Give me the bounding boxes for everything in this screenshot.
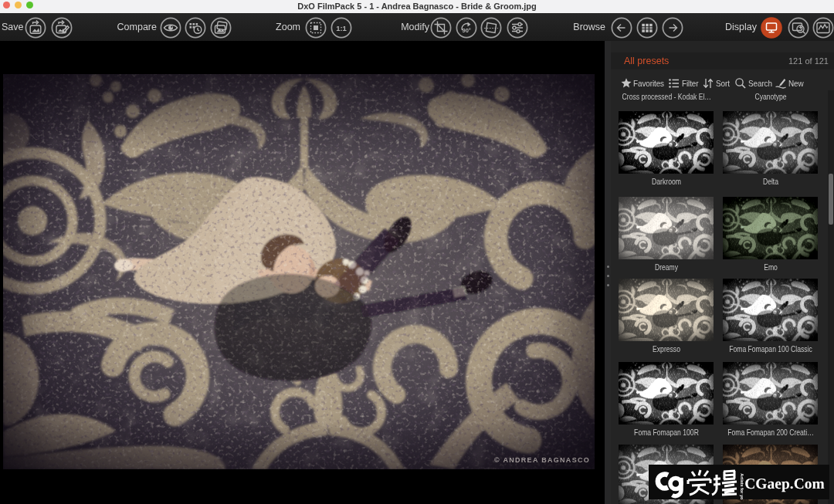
svg-text:Artists for you: Artists for you: [739, 473, 744, 499]
svg-text:90°: 90°: [462, 27, 470, 34]
svg-text:CGaep.Com: CGaep.Com: [744, 476, 824, 492]
svg-text:1:1: 1:1: [336, 24, 347, 32]
